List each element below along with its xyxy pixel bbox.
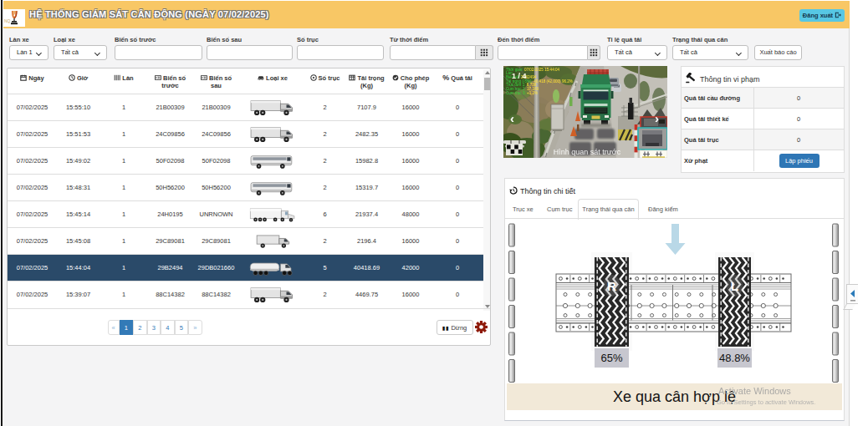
svg-text:Hình quan sát trước: Hình quan sát trước bbox=[554, 148, 621, 156]
svg-text:R: R bbox=[607, 279, 616, 293]
svg-text:NQ: NQ bbox=[4, 18, 11, 23]
svg-text:1 / 4: 1 / 4 bbox=[512, 72, 527, 80]
svg-text:Thời gian: 07/02/2025 15:44:04: Thời gian: 07/02/2025 15:44:04 bbox=[506, 68, 560, 72]
svg-text:L: L bbox=[731, 279, 738, 293]
svg-text:›: › bbox=[655, 111, 659, 125]
svg-text:‹: ‹ bbox=[510, 111, 514, 125]
svg-text:Cụm trục 3: +1,2%: Cụm trục 3: +1,2% bbox=[506, 91, 538, 95]
